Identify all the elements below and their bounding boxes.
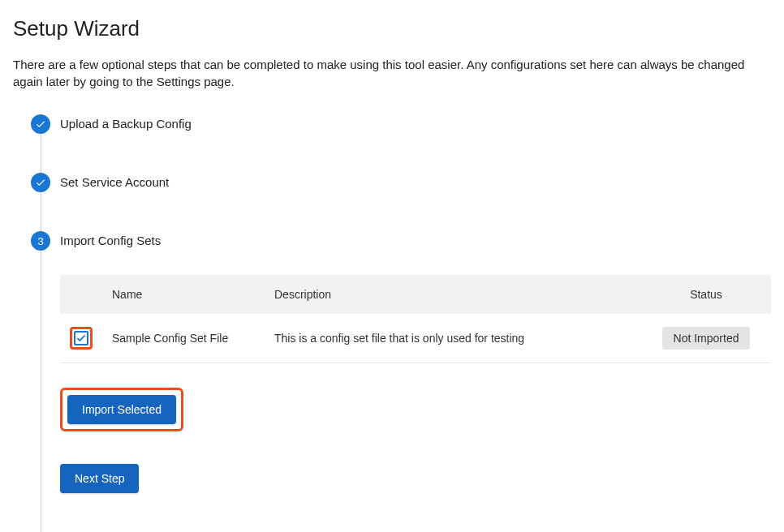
step-import-config-sets: 3 Import Config Sets Name Description St… [31,231,771,532]
step-title: Set Service Account [60,173,771,192]
checkmark-icon [75,332,87,344]
highlight-annotation [70,327,93,350]
col-description-header: Description [265,275,641,314]
cell-description: This is a config set file that is only u… [265,314,641,363]
step-set-service-account: Set Service Account [31,173,771,231]
next-step-button[interactable]: Next Step [60,464,139,493]
step-connector [41,192,41,231]
step-connector [41,134,41,173]
cell-name: Sample Config Set File [102,314,265,363]
check-icon [31,114,50,134]
cell-checkbox [60,314,102,363]
step-content: Name Description Status [60,275,771,493]
check-icon [31,173,50,192]
col-status-header: Status [641,275,771,314]
step-title: Upload a Backup Config [60,114,771,134]
row-select-checkbox[interactable] [74,331,88,345]
col-name-header: Name [102,275,265,314]
table-header-row: Name Description Status [60,275,771,314]
highlight-annotation: Import Selected [60,388,183,431]
status-badge: Not Imported [662,327,751,350]
step-number-badge: 3 [31,231,50,251]
col-checkbox-header [60,275,102,314]
setup-stepper: Upload a Backup Config Set Service Accou… [13,114,771,532]
step-title: Import Config Sets [60,231,771,251]
page-description: There are a few optional steps that can … [13,56,771,90]
next-step-row: Next Step [60,464,771,493]
import-selected-button[interactable]: Import Selected [67,395,176,424]
table-row: Sample Config Set File This is a config … [60,314,771,363]
page-title: Setup Wizard [13,16,771,41]
step-connector [41,251,41,532]
import-button-row: Import Selected [60,388,771,431]
cell-status: Not Imported [641,314,771,363]
step-upload-backup: Upload a Backup Config [31,114,771,173]
config-sets-table: Name Description Status [60,275,771,363]
